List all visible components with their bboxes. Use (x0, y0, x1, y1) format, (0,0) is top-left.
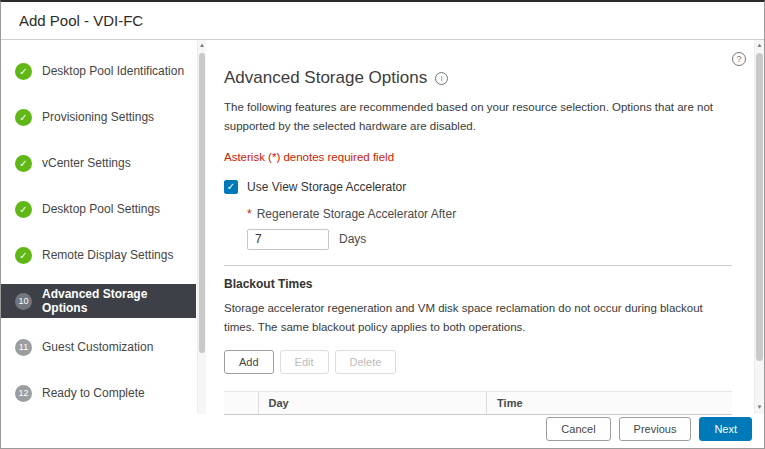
add-pool-dialog: Add Pool - VDI-FC ✓ Desktop Pool Identif… (0, 0, 765, 449)
step-label: Guest Customization (42, 340, 153, 354)
advanced-storage-options-panel: ? Advanced Storage Options i The followi… (206, 40, 764, 414)
sidebar-item-desktop-pool-settings[interactable]: ✓ Desktop Pool Settings (1, 186, 196, 232)
step-label: Desktop Pool Identification (42, 64, 184, 78)
blackout-actions: Add Edit Delete (224, 350, 732, 374)
required-field-note: Asterisk (*) denotes required field (224, 151, 732, 163)
content-scrollbar[interactable]: ▲ ▼ (754, 40, 764, 414)
intro-text: The following features are recommended b… (224, 98, 732, 136)
regenerate-field-row: Days (247, 229, 732, 250)
table-header-row: Day Time (224, 391, 732, 414)
scroll-down-arrow[interactable]: ▼ (755, 402, 764, 413)
step-label: Remote Display Settings (42, 248, 173, 262)
dialog-body: ✓ Desktop Pool Identification ✓ Provisio… (1, 40, 764, 414)
regenerate-section: *Regenerate Storage Accelerator After Da… (247, 207, 732, 250)
dialog-title: Add Pool - VDI-FC (1, 2, 764, 40)
step-label: vCenter Settings (42, 156, 131, 170)
content-scrollbar-thumb[interactable] (756, 53, 763, 361)
check-circle-icon: ✓ (15, 155, 32, 172)
check-circle-icon: ✓ (15, 247, 32, 264)
step-label: Provisioning Settings (42, 110, 154, 124)
blackout-times-description: Storage accelerator regeneration and VM … (224, 299, 732, 337)
sidebar-item-provisioning-settings[interactable]: ✓ Provisioning Settings (1, 94, 196, 140)
table-empty-body (224, 415, 732, 449)
step-label: Desktop Pool Settings (42, 202, 160, 216)
table-day-column-header: Day (258, 391, 487, 414)
page-title-text: Advanced Storage Options (224, 68, 427, 88)
sidebar-item-desktop-pool-identification[interactable]: ✓ Desktop Pool Identification (1, 48, 196, 94)
help-icon[interactable]: ? (732, 52, 746, 66)
required-asterisk: * (247, 207, 252, 221)
step-label: Ready to Complete (42, 386, 145, 400)
scroll-up-arrow[interactable]: ▲ (198, 40, 206, 51)
use-view-storage-accelerator-checkbox[interactable]: ✓ (224, 180, 238, 194)
check-circle-icon: ✓ (15, 109, 32, 126)
sidebar-item-vcenter-settings[interactable]: ✓ vCenter Settings (1, 140, 196, 186)
use-view-storage-accelerator-row: ✓ Use View Storage Accelerator (224, 180, 732, 194)
sidebar-item-guest-customization[interactable]: 11 Guest Customization (1, 324, 196, 370)
edit-button: Edit (280, 350, 329, 374)
section-divider (224, 265, 732, 266)
sidebar-scrollbar-thumb[interactable] (199, 53, 205, 353)
wizard-steps-sidebar: ✓ Desktop Pool Identification ✓ Provisio… (1, 40, 206, 414)
check-circle-icon: ✓ (15, 201, 32, 218)
scroll-up-arrow[interactable]: ▲ (755, 40, 764, 51)
check-circle-icon: ✓ (15, 63, 32, 80)
blackout-times-table: Day Time (224, 391, 732, 415)
table-select-column-header (224, 391, 258, 414)
table-time-column-header: Time (487, 391, 732, 414)
regenerate-days-input[interactable] (247, 229, 329, 250)
sidebar-item-advanced-storage-options[interactable]: 10 Advanced Storage Options (1, 284, 196, 318)
regenerate-label: *Regenerate Storage Accelerator After (247, 207, 732, 221)
blackout-times-heading: Blackout Times (224, 277, 732, 291)
step-label: Advanced Storage Options (42, 287, 196, 315)
delete-button: Delete (335, 350, 397, 374)
sidebar-item-ready-to-complete[interactable]: 12 Ready to Complete (1, 370, 196, 416)
use-view-storage-accelerator-label: Use View Storage Accelerator (247, 180, 406, 194)
regenerate-label-text: Regenerate Storage Accelerator After (257, 207, 456, 221)
sidebar-item-remote-display-settings[interactable]: ✓ Remote Display Settings (1, 232, 196, 278)
page-title: Advanced Storage Options i (224, 68, 732, 88)
info-icon[interactable]: i (435, 72, 448, 85)
step-number-badge: 12 (15, 385, 32, 402)
step-number-badge: 10 (15, 293, 32, 310)
days-unit-label: Days (339, 232, 366, 246)
step-number-badge: 11 (15, 339, 32, 356)
sidebar-scrollbar[interactable]: ▲ (197, 40, 206, 414)
add-button[interactable]: Add (224, 350, 274, 374)
